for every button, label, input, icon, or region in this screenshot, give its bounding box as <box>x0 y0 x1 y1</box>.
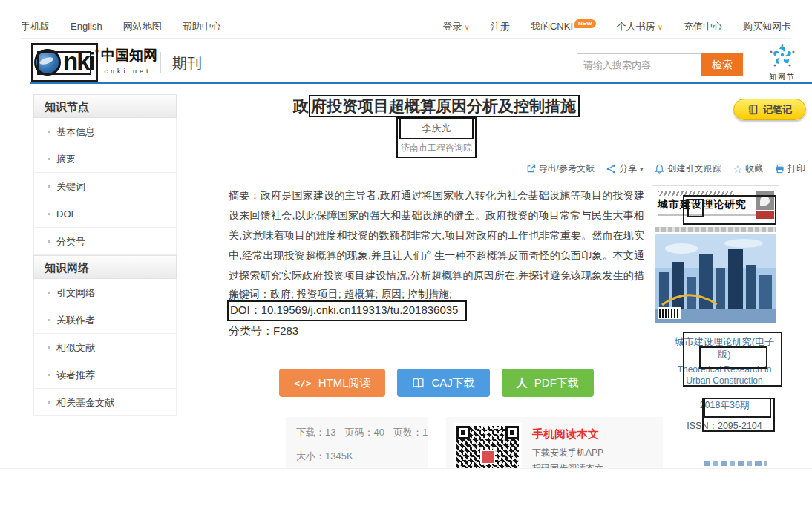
cnki-globe-logo-icon[interactable] <box>34 49 61 76</box>
mobile-read-line1: 下载安装手机APP <box>532 447 603 459</box>
clc-label: 分类号： <box>229 324 273 337</box>
sidebar-item-keywords[interactable]: 关键词 <box>33 173 177 200</box>
share-menu[interactable]: 分享 ▾ <box>606 162 644 175</box>
book-icon <box>412 378 425 389</box>
clc-row: 分类号：F283 <box>229 324 298 338</box>
citation-alert-button[interactable]: 创建引文跟踪 <box>655 162 721 175</box>
favorite-button[interactable]: ☆ 收藏 <box>733 162 763 175</box>
take-note-label: 记笔记 <box>763 103 792 116</box>
login-menu[interactable]: 登录∨ <box>443 20 470 33</box>
sidebar-item-related-authors[interactable]: 关联作者 <box>33 306 177 334</box>
register-link[interactable]: 注册 <box>491 20 510 33</box>
site-domain: cnki.net <box>101 68 154 75</box>
cnki-article-page: 手机版 English 网站地图 帮助中心 登录∨ 注册 我的CNKINEW 个… <box>0 0 812 506</box>
notebook-icon <box>747 104 759 115</box>
article-stats-panel: 下载：13 页码：40 页数：1 大小：1345K <box>286 417 428 476</box>
export-reference-button[interactable]: 导出/参考文献 <box>526 162 595 175</box>
site-name-chinese: 中国知网 <box>101 46 154 65</box>
journal-publisher-logo <box>756 191 774 210</box>
doi-value: 10.19569/j.cnki.cn119313/tu.201836035 <box>261 303 459 316</box>
author-affiliation-box: 李庆光 济南市工程咨询院 <box>396 117 477 158</box>
left-sidebar: 知识节点 基本信息 摘要 关键词 DOI 分类号 知识网络 引文网络 关联作者 … <box>33 94 177 416</box>
link-mobile-version[interactable]: 手机版 <box>21 20 50 33</box>
recharge-center-link[interactable]: 充值中心 <box>684 20 722 33</box>
qr-finder-icon <box>456 426 470 439</box>
mobile-read-title: 手机阅读本文 <box>532 427 603 441</box>
bell-icon <box>655 164 664 174</box>
share-label: 分享 <box>619 162 637 175</box>
mobile-read-text: 手机阅读本文 下载安装手机APP 扫码同步阅读本文 <box>532 423 603 470</box>
sidebar-item-reader-recommendation[interactable]: 读者推荐 <box>33 361 177 389</box>
share-icon <box>606 164 616 174</box>
abstract-text: 政府是国家建设的主导者,政府通过将国家收入转化为社会基础设施等项目的投资建设来回… <box>229 189 644 301</box>
doi-row: DOI：10.19569/j.cnki.cn119313/tu.20183603… <box>227 300 467 321</box>
header-accent-line <box>30 82 812 84</box>
link-sitemap[interactable]: 网站地图 <box>123 20 162 33</box>
pdf-download-button[interactable]: 人 PDF下载 <box>502 369 594 397</box>
header-divider <box>160 52 161 73</box>
login-label: 登录 <box>443 21 462 32</box>
sidebar-item-clc[interactable]: 分类号 <box>33 228 177 255</box>
festival-swirl-icon <box>769 43 796 68</box>
export-label: 导出/参考文献 <box>539 162 595 175</box>
keywords-row: 关键词：政府; 投资项目; 超概算; 原因; 控制措施; <box>229 288 452 301</box>
logo-orange-dot <box>95 49 99 53</box>
topbar-left-links: 手机版 English 网站地图 帮助中心 <box>21 20 221 33</box>
sidebar-item-related-fund-literature[interactable]: 相关基金文献 <box>33 389 177 416</box>
abstract-label: 摘要： <box>229 189 261 201</box>
journal-cover[interactable]: 城市建设理论研究 <box>652 185 779 326</box>
search-input[interactable] <box>577 53 701 76</box>
personal-library-menu[interactable]: 个人书房∨ <box>617 20 663 33</box>
pdf-reader-icon: 人 <box>517 376 528 390</box>
link-help-center[interactable]: 帮助中心 <box>183 20 221 33</box>
page-bottom-cutoff <box>0 468 812 506</box>
journal-issn: ISSN：2095-2104 <box>658 420 791 433</box>
my-cnki-link[interactable]: 我的CNKINEW <box>531 19 596 33</box>
cover-text-strip <box>655 227 776 232</box>
file-size: 大小：1345K <box>296 450 418 463</box>
journal-cover-header: 城市建设理论研究 <box>655 188 776 226</box>
cover-city-artwork <box>655 234 776 323</box>
article-title-prefix: 政 <box>293 97 309 114</box>
html-read-label: HTML阅读 <box>318 376 371 390</box>
cover-hatch-decoration <box>658 191 734 196</box>
buy-card-link[interactable]: 购买知网卡 <box>743 20 791 33</box>
clipped-link-remnant <box>704 461 767 466</box>
print-button[interactable]: 打印 <box>775 162 805 175</box>
qr-finder-icon <box>505 426 519 439</box>
new-badge: NEW <box>574 19 596 28</box>
citation-alert-label: 创建引文跟踪 <box>667 162 721 175</box>
article-title: 政府投资项目超概算原因分析及控制措施 <box>229 96 644 116</box>
sidebar-group-knowledge-network: 知识网络 <box>33 255 177 279</box>
journal-name-link[interactable]: 城市建设理论研究(电子版) <box>672 335 777 361</box>
search-button[interactable]: 检索 <box>701 53 743 76</box>
doi-label: DOI： <box>230 303 261 316</box>
html-read-button[interactable]: </> HTML阅读 <box>279 369 385 397</box>
journal-divider <box>683 444 776 444</box>
cnki-festival-badge[interactable]: 知网节 <box>763 43 802 82</box>
sidebar-item-abstract[interactable]: 摘要 <box>33 145 177 173</box>
link-english[interactable]: English <box>71 21 102 32</box>
journal-issue-link[interactable]: 2018年36期 <box>658 399 791 412</box>
export-icon <box>526 164 536 174</box>
favorite-label: 收藏 <box>745 162 763 175</box>
cover-subtitle-line <box>658 214 767 216</box>
take-note-button[interactable]: 记笔记 <box>733 99 806 120</box>
caj-download-button[interactable]: CAJ下载 <box>397 369 489 397</box>
sidebar-item-basic-info[interactable]: 基本信息 <box>33 118 177 145</box>
author-affiliation[interactable]: 济南市工程咨询院 <box>401 142 472 154</box>
sidebar-item-citation-network[interactable]: 引文网络 <box>33 279 177 306</box>
sidebar-item-similar-literature[interactable]: 相似文献 <box>33 334 177 361</box>
clc-value: F283 <box>273 324 298 337</box>
cover-issue-mark <box>756 211 774 219</box>
download-count: 下载：13 <box>296 426 335 439</box>
mobile-read-panel: 手机阅读本文 下载安装手机APP 扫码同步阅读本文 <box>446 417 663 476</box>
keywords-text[interactable]: 政府; 投资项目; 超概算; 原因; 控制措施; <box>270 288 452 300</box>
barcode <box>658 307 681 319</box>
cnki-logo-text[interactable]: nki <box>63 49 94 74</box>
cnki-chinese-logo[interactable]: 中国知网 cnki.net <box>101 46 154 75</box>
sidebar-item-doi[interactable]: DOI <box>33 200 177 228</box>
star-icon: ☆ <box>733 165 742 174</box>
author-name[interactable]: 李庆光 <box>399 118 474 139</box>
qr-center-stamp <box>480 450 495 464</box>
